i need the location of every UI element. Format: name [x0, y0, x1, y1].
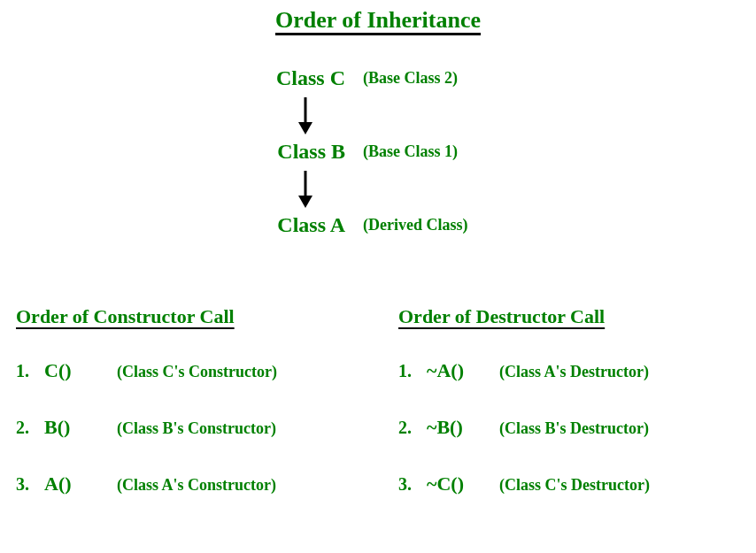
constructor-title: Order of Constructor Call [16, 305, 277, 328]
class-desc-c: (Base Class 2) [363, 69, 458, 88]
class-name-a: Class A [248, 213, 345, 237]
constructor-list: 1. C() (Class C's Constructor) 2. B() (C… [16, 359, 277, 495]
item-desc: (Class A's Constructor) [117, 476, 276, 495]
class-name-c: Class C [248, 66, 345, 90]
item-number: 3. [16, 474, 34, 495]
item-name: B() [44, 416, 97, 439]
item-number: 2. [16, 418, 34, 438]
list-item: 2. B() (Class B's Constructor) [16, 416, 277, 439]
hierarchy-row: Class C (Base Class 2) [248, 66, 602, 90]
svg-marker-1 [298, 122, 312, 134]
item-desc: (Class C's Destructor) [499, 476, 650, 495]
destructor-section: Order of Destructor Call 1. ~A() (Class … [398, 305, 650, 529]
down-arrow-icon [297, 171, 314, 208]
destructor-list: 1. ~A() (Class A's Destructor) 2. ~B() (… [398, 359, 650, 495]
svg-marker-3 [298, 196, 312, 208]
item-number: 1. [398, 361, 416, 381]
item-desc: (Class C's Constructor) [117, 363, 277, 381]
destructor-title: Order of Destructor Call [398, 305, 650, 328]
hierarchy-row: Class B (Base Class 1) [248, 140, 602, 164]
item-number: 3. [398, 474, 416, 495]
class-name-b: Class B [248, 140, 345, 164]
item-number: 1. [16, 361, 34, 381]
item-name: ~C() [427, 472, 480, 495]
class-desc-a: (Derived Class) [363, 216, 467, 234]
list-item: 1. ~A() (Class A's Destructor) [398, 359, 650, 382]
list-item: 3. A() (Class A's Constructor) [16, 472, 277, 495]
item-name: C() [44, 359, 97, 382]
hierarchy-row: Class A (Derived Class) [248, 213, 602, 237]
item-name: ~A() [427, 359, 480, 382]
item-desc: (Class B's Destructor) [499, 419, 649, 438]
list-item: 2. ~B() (Class B's Destructor) [398, 416, 650, 439]
main-title: Order of Inheritance [275, 7, 481, 34]
item-name: ~B() [427, 416, 480, 439]
class-desc-b: (Base Class 1) [363, 142, 458, 161]
item-name: A() [44, 472, 97, 495]
constructor-section: Order of Constructor Call 1. C() (Class … [16, 305, 277, 529]
item-desc: (Class A's Destructor) [499, 363, 649, 381]
item-desc: (Class B's Constructor) [117, 419, 276, 438]
inheritance-hierarchy: Class C (Base Class 2) Class B (Base Cla… [248, 66, 602, 244]
list-item: 3. ~C() (Class C's Destructor) [398, 472, 650, 495]
down-arrow-icon [297, 97, 314, 134]
item-number: 2. [398, 418, 416, 438]
list-item: 1. C() (Class C's Constructor) [16, 359, 277, 382]
